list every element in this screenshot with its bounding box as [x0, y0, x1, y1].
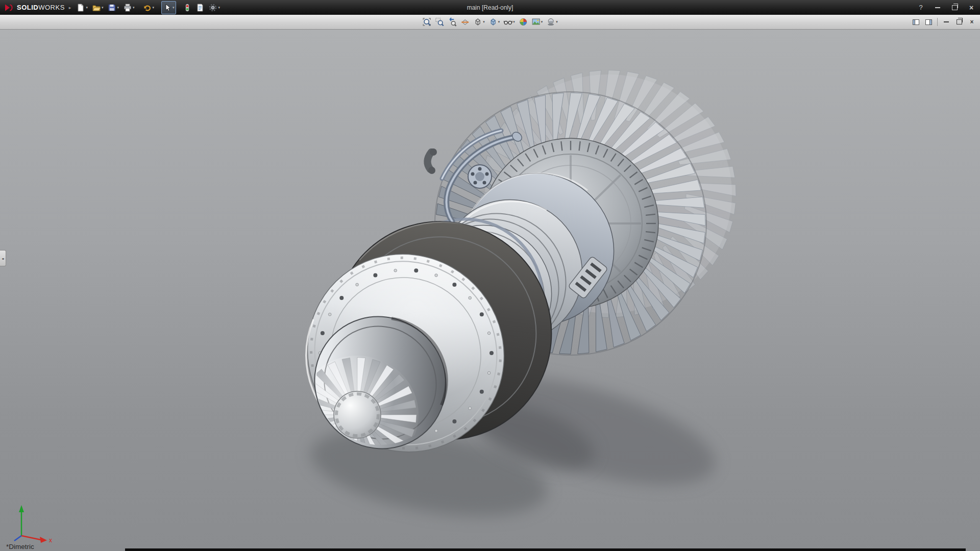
print-icon	[124, 4, 132, 12]
dropdown-caret-icon[interactable]: ▾	[498, 20, 500, 24]
title-bar: SOLIDWORKS ▸ ▾ ▾ ▾ ▾ ▾	[0, 0, 980, 15]
section-view-button[interactable]	[459, 16, 471, 28]
edit-appearance-ball-icon	[519, 17, 528, 27]
separator	[937, 18, 938, 26]
toggle-task-pane-button[interactable]	[912, 17, 920, 27]
select-tool-button[interactable]: ▾	[161, 1, 177, 14]
brand-text: SOLIDWORKS	[17, 4, 65, 11]
rebuild-traffic-light-icon	[183, 4, 191, 12]
dropdown-caret-icon[interactable]: ▾	[218, 6, 220, 10]
zoom-to-fit-icon	[422, 17, 431, 27]
edit-appearance-button[interactable]	[518, 16, 529, 28]
open-folder-icon	[92, 4, 101, 12]
dropdown-caret-icon[interactable]: ▾	[541, 20, 543, 24]
dropdown-caret-icon[interactable]: ▾	[513, 20, 515, 24]
dropdown-caret-icon[interactable]: ▾	[117, 6, 119, 10]
file-properties-icon	[196, 4, 204, 12]
document-window-controls: ×	[912, 15, 976, 29]
heads-up-toolbar: ▾ ▾ ▾	[421, 15, 559, 29]
select-arrow-icon	[163, 4, 172, 12]
dropdown-caret-icon[interactable]: ▾	[152, 6, 154, 10]
zoom-to-area-button[interactable]	[434, 16, 445, 28]
save-icon	[108, 4, 116, 12]
file-properties-button[interactable]	[194, 2, 206, 14]
save-button[interactable]: ▾	[106, 2, 120, 14]
document-restore-button[interactable]	[955, 17, 963, 27]
view-orientation-cube-icon	[473, 17, 482, 27]
featuremanager-collapsed-tab[interactable]: ◂▸	[0, 250, 6, 266]
apply-scene-icon	[531, 17, 541, 27]
undo-arrow-icon	[143, 4, 151, 12]
view-orientation-label: *Dimetric	[6, 543, 34, 550]
previous-view-button[interactable]	[447, 16, 458, 28]
heads-up-view-bar: ▾ ▾ ▾	[0, 15, 980, 30]
undo-button[interactable]: ▾	[141, 2, 156, 14]
solidworks-logo: SOLIDWORKS	[0, 4, 68, 12]
apply-scene-button[interactable]: ▾	[530, 16, 544, 28]
document-close-button[interactable]: ×	[968, 17, 976, 27]
graphics-viewport[interactable]: x *Dimetric	[0, 30, 980, 551]
dropdown-caret-icon[interactable]: ▾	[483, 20, 485, 24]
restore-icon	[957, 19, 962, 24]
minimize-button[interactable]	[933, 3, 942, 12]
new-document-button[interactable]: ▾	[75, 2, 89, 14]
reference-triad: x	[6, 496, 55, 543]
print-button[interactable]: ▾	[122, 2, 136, 14]
display-style-button[interactable]: ▾	[487, 16, 501, 28]
dropdown-caret-icon[interactable]: ▾	[133, 6, 135, 10]
rebuild-button[interactable]	[182, 2, 193, 14]
engine-model[interactable]	[0, 30, 980, 551]
solidworks-window: { "glyphs": { "caret": "▾", "expand_arro…	[0, 0, 980, 551]
view-orientation-button[interactable]: ▾	[472, 16, 486, 28]
new-document-icon	[77, 4, 85, 12]
x-axis-label: x	[49, 537, 52, 543]
previous-view-icon	[448, 17, 457, 27]
solidworks-logo-icon	[4, 4, 14, 12]
dropdown-caret-icon[interactable]: ▾	[86, 6, 88, 10]
window-controls: ? ×	[916, 0, 976, 15]
options-gear-icon	[209, 4, 217, 12]
hide-show-items-button[interactable]: ▾	[502, 16, 516, 28]
view-settings-button[interactable]: ▾	[545, 16, 559, 28]
restore-button[interactable]	[950, 3, 959, 12]
z-axis	[14, 536, 21, 541]
x-axis-arrow	[40, 537, 47, 543]
close-button[interactable]: ×	[967, 3, 976, 12]
help-button[interactable]: ?	[916, 3, 925, 12]
taskbar-edge[interactable]	[125, 548, 966, 551]
zoom-to-area-icon	[435, 17, 444, 27]
display-style-cube-icon	[488, 17, 498, 27]
options-button[interactable]: ▾	[207, 2, 222, 14]
minimize-icon	[944, 21, 949, 22]
minimize-icon	[935, 7, 940, 8]
document-minimize-button[interactable]	[942, 17, 950, 27]
section-view-icon	[460, 17, 470, 27]
shaft-hub	[334, 391, 381, 438]
zoom-to-fit-button[interactable]	[421, 16, 432, 28]
task-pane-toggle-icon	[913, 19, 919, 25]
y-axis-arrow	[19, 505, 24, 512]
dropdown-caret-icon[interactable]: ▾	[556, 20, 558, 24]
display-pane-toggle-icon	[925, 19, 932, 25]
document-title: main [Read-only]	[467, 4, 513, 11]
main-toolbar: ▾ ▾ ▾ ▾ ▾ ▾	[75, 1, 222, 14]
dropdown-caret-icon[interactable]: ▾	[102, 6, 104, 10]
view-settings-sphere-icon	[546, 17, 555, 27]
toggle-display-pane-button[interactable]	[924, 17, 933, 27]
restore-icon	[952, 5, 958, 10]
open-button[interactable]: ▾	[91, 2, 105, 14]
menu-expand-arrow[interactable]: ▸	[69, 5, 71, 10]
hide-show-glasses-icon	[503, 17, 512, 27]
dropdown-caret-icon[interactable]: ▾	[173, 6, 175, 10]
